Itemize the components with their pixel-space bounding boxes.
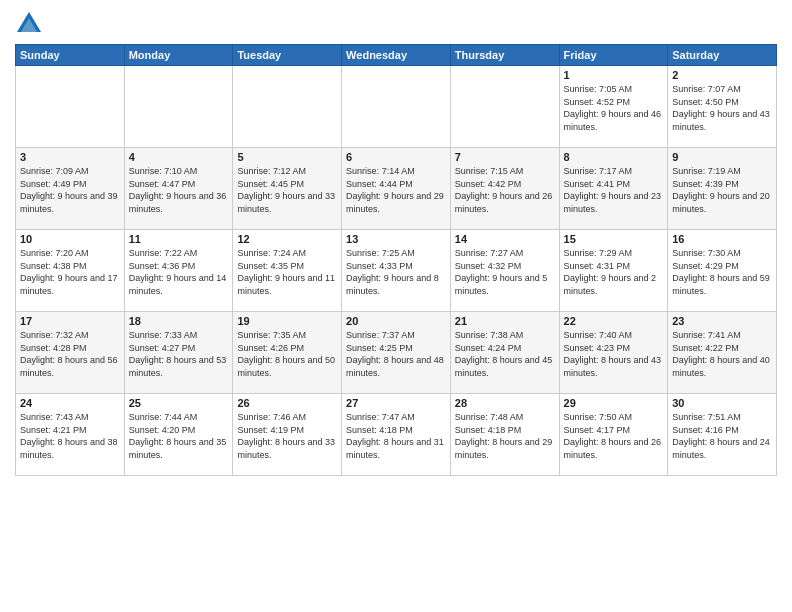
day-cell: 13Sunrise: 7:25 AM Sunset: 4:33 PM Dayli…	[342, 230, 451, 312]
header	[15, 10, 777, 38]
week-row-3: 10Sunrise: 7:20 AM Sunset: 4:38 PM Dayli…	[16, 230, 777, 312]
day-number: 28	[455, 397, 555, 409]
week-row-5: 24Sunrise: 7:43 AM Sunset: 4:21 PM Dayli…	[16, 394, 777, 476]
day-cell: 15Sunrise: 7:29 AM Sunset: 4:31 PM Dayli…	[559, 230, 668, 312]
day-info: Sunrise: 7:14 AM Sunset: 4:44 PM Dayligh…	[346, 165, 446, 215]
day-number: 19	[237, 315, 337, 327]
day-info: Sunrise: 7:35 AM Sunset: 4:26 PM Dayligh…	[237, 329, 337, 379]
day-number: 15	[564, 233, 664, 245]
day-info: Sunrise: 7:40 AM Sunset: 4:23 PM Dayligh…	[564, 329, 664, 379]
day-number: 24	[20, 397, 120, 409]
day-number: 1	[564, 69, 664, 81]
day-info: Sunrise: 7:24 AM Sunset: 4:35 PM Dayligh…	[237, 247, 337, 297]
day-cell	[233, 66, 342, 148]
weekday-header-friday: Friday	[559, 45, 668, 66]
page: SundayMondayTuesdayWednesdayThursdayFrid…	[0, 0, 792, 612]
day-cell: 23Sunrise: 7:41 AM Sunset: 4:22 PM Dayli…	[668, 312, 777, 394]
day-info: Sunrise: 7:09 AM Sunset: 4:49 PM Dayligh…	[20, 165, 120, 215]
day-cell: 21Sunrise: 7:38 AM Sunset: 4:24 PM Dayli…	[450, 312, 559, 394]
day-number: 20	[346, 315, 446, 327]
weekday-header-sunday: Sunday	[16, 45, 125, 66]
day-number: 14	[455, 233, 555, 245]
day-number: 21	[455, 315, 555, 327]
day-cell	[124, 66, 233, 148]
day-info: Sunrise: 7:15 AM Sunset: 4:42 PM Dayligh…	[455, 165, 555, 215]
day-cell: 27Sunrise: 7:47 AM Sunset: 4:18 PM Dayli…	[342, 394, 451, 476]
day-cell: 29Sunrise: 7:50 AM Sunset: 4:17 PM Dayli…	[559, 394, 668, 476]
day-info: Sunrise: 7:07 AM Sunset: 4:50 PM Dayligh…	[672, 83, 772, 133]
day-info: Sunrise: 7:43 AM Sunset: 4:21 PM Dayligh…	[20, 411, 120, 461]
day-info: Sunrise: 7:37 AM Sunset: 4:25 PM Dayligh…	[346, 329, 446, 379]
day-info: Sunrise: 7:19 AM Sunset: 4:39 PM Dayligh…	[672, 165, 772, 215]
day-cell: 10Sunrise: 7:20 AM Sunset: 4:38 PM Dayli…	[16, 230, 125, 312]
day-info: Sunrise: 7:12 AM Sunset: 4:45 PM Dayligh…	[237, 165, 337, 215]
day-number: 5	[237, 151, 337, 163]
day-info: Sunrise: 7:25 AM Sunset: 4:33 PM Dayligh…	[346, 247, 446, 297]
weekday-header-saturday: Saturday	[668, 45, 777, 66]
day-number: 12	[237, 233, 337, 245]
weekday-header-monday: Monday	[124, 45, 233, 66]
day-number: 22	[564, 315, 664, 327]
day-cell: 11Sunrise: 7:22 AM Sunset: 4:36 PM Dayli…	[124, 230, 233, 312]
day-number: 9	[672, 151, 772, 163]
day-cell: 26Sunrise: 7:46 AM Sunset: 4:19 PM Dayli…	[233, 394, 342, 476]
day-info: Sunrise: 7:32 AM Sunset: 4:28 PM Dayligh…	[20, 329, 120, 379]
day-number: 3	[20, 151, 120, 163]
day-info: Sunrise: 7:33 AM Sunset: 4:27 PM Dayligh…	[129, 329, 229, 379]
day-cell: 24Sunrise: 7:43 AM Sunset: 4:21 PM Dayli…	[16, 394, 125, 476]
day-cell: 16Sunrise: 7:30 AM Sunset: 4:29 PM Dayli…	[668, 230, 777, 312]
day-info: Sunrise: 7:48 AM Sunset: 4:18 PM Dayligh…	[455, 411, 555, 461]
day-cell: 7Sunrise: 7:15 AM Sunset: 4:42 PM Daylig…	[450, 148, 559, 230]
day-info: Sunrise: 7:20 AM Sunset: 4:38 PM Dayligh…	[20, 247, 120, 297]
day-cell: 9Sunrise: 7:19 AM Sunset: 4:39 PM Daylig…	[668, 148, 777, 230]
day-number: 25	[129, 397, 229, 409]
day-info: Sunrise: 7:29 AM Sunset: 4:31 PM Dayligh…	[564, 247, 664, 297]
day-info: Sunrise: 7:41 AM Sunset: 4:22 PM Dayligh…	[672, 329, 772, 379]
day-cell	[16, 66, 125, 148]
day-info: Sunrise: 7:51 AM Sunset: 4:16 PM Dayligh…	[672, 411, 772, 461]
day-number: 18	[129, 315, 229, 327]
day-cell: 17Sunrise: 7:32 AM Sunset: 4:28 PM Dayli…	[16, 312, 125, 394]
day-cell: 14Sunrise: 7:27 AM Sunset: 4:32 PM Dayli…	[450, 230, 559, 312]
day-number: 2	[672, 69, 772, 81]
calendar: SundayMondayTuesdayWednesdayThursdayFrid…	[15, 44, 777, 476]
day-number: 29	[564, 397, 664, 409]
day-cell: 2Sunrise: 7:07 AM Sunset: 4:50 PM Daylig…	[668, 66, 777, 148]
weekday-header-wednesday: Wednesday	[342, 45, 451, 66]
day-cell	[342, 66, 451, 148]
day-info: Sunrise: 7:27 AM Sunset: 4:32 PM Dayligh…	[455, 247, 555, 297]
day-cell: 8Sunrise: 7:17 AM Sunset: 4:41 PM Daylig…	[559, 148, 668, 230]
weekday-header-thursday: Thursday	[450, 45, 559, 66]
day-cell: 12Sunrise: 7:24 AM Sunset: 4:35 PM Dayli…	[233, 230, 342, 312]
day-number: 8	[564, 151, 664, 163]
weekday-header-tuesday: Tuesday	[233, 45, 342, 66]
day-info: Sunrise: 7:22 AM Sunset: 4:36 PM Dayligh…	[129, 247, 229, 297]
day-number: 23	[672, 315, 772, 327]
day-cell: 19Sunrise: 7:35 AM Sunset: 4:26 PM Dayli…	[233, 312, 342, 394]
day-cell: 22Sunrise: 7:40 AM Sunset: 4:23 PM Dayli…	[559, 312, 668, 394]
logo	[15, 10, 47, 38]
day-info: Sunrise: 7:38 AM Sunset: 4:24 PM Dayligh…	[455, 329, 555, 379]
day-cell: 18Sunrise: 7:33 AM Sunset: 4:27 PM Dayli…	[124, 312, 233, 394]
day-cell: 25Sunrise: 7:44 AM Sunset: 4:20 PM Dayli…	[124, 394, 233, 476]
day-info: Sunrise: 7:47 AM Sunset: 4:18 PM Dayligh…	[346, 411, 446, 461]
week-row-1: 1Sunrise: 7:05 AM Sunset: 4:52 PM Daylig…	[16, 66, 777, 148]
day-info: Sunrise: 7:44 AM Sunset: 4:20 PM Dayligh…	[129, 411, 229, 461]
day-number: 7	[455, 151, 555, 163]
day-cell: 1Sunrise: 7:05 AM Sunset: 4:52 PM Daylig…	[559, 66, 668, 148]
day-number: 4	[129, 151, 229, 163]
day-number: 27	[346, 397, 446, 409]
day-number: 30	[672, 397, 772, 409]
day-number: 16	[672, 233, 772, 245]
day-info: Sunrise: 7:17 AM Sunset: 4:41 PM Dayligh…	[564, 165, 664, 215]
day-info: Sunrise: 7:30 AM Sunset: 4:29 PM Dayligh…	[672, 247, 772, 297]
day-cell	[450, 66, 559, 148]
day-cell: 20Sunrise: 7:37 AM Sunset: 4:25 PM Dayli…	[342, 312, 451, 394]
day-number: 13	[346, 233, 446, 245]
day-cell: 30Sunrise: 7:51 AM Sunset: 4:16 PM Dayli…	[668, 394, 777, 476]
day-number: 26	[237, 397, 337, 409]
day-number: 6	[346, 151, 446, 163]
day-info: Sunrise: 7:50 AM Sunset: 4:17 PM Dayligh…	[564, 411, 664, 461]
weekday-header-row: SundayMondayTuesdayWednesdayThursdayFrid…	[16, 45, 777, 66]
day-number: 17	[20, 315, 120, 327]
